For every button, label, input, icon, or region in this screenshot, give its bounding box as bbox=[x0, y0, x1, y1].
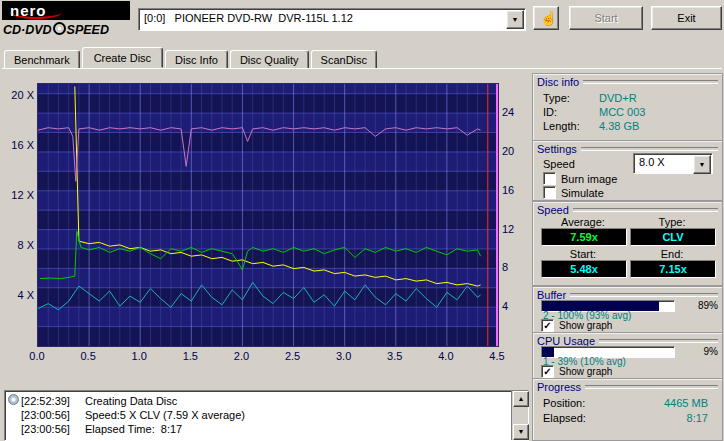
right-axis-tick: 4 bbox=[502, 300, 526, 312]
left-axis-tick: 12 X bbox=[3, 189, 34, 201]
simulate-checkbox[interactable]: Simulate bbox=[543, 186, 604, 199]
speed-setting-label: Speed bbox=[543, 158, 575, 170]
x-axis-tick: 1.5 bbox=[175, 350, 205, 362]
x-axis-tick: 2.5 bbox=[278, 350, 308, 362]
log-row: [22:52:39] Creating Data Disc bbox=[5, 394, 528, 408]
drive-selector-value: [0:0] PIONEER DVD-RW DVR-115L 1.12 bbox=[144, 12, 353, 24]
progress-panel: Progress Position: 4465 MB Elapsed: 8:17 bbox=[532, 378, 723, 441]
checkbox-box[interactable]: ✓ bbox=[541, 365, 554, 378]
checkbox-box[interactable] bbox=[543, 172, 556, 185]
speed-chart bbox=[37, 83, 499, 347]
speed-graph-svg bbox=[38, 84, 498, 346]
log-text: Speed:5 X CLV (7.59 X average) bbox=[85, 408, 245, 422]
cpu-show-graph-checkbox[interactable]: ✓ Show graph bbox=[541, 365, 612, 378]
log-time: [23:00:56] bbox=[21, 408, 85, 422]
cd-icon bbox=[8, 394, 19, 405]
checkbox-box[interactable] bbox=[543, 186, 556, 199]
scroll-down-icon[interactable]: ▼ bbox=[513, 424, 529, 440]
burn-image-label: Burn image bbox=[561, 173, 617, 185]
buffer-percent: 89% bbox=[682, 300, 718, 311]
average-speed-display: 7.59x bbox=[541, 228, 627, 246]
log-text: Elapsed Time: 8:17 bbox=[85, 422, 182, 436]
disc-type-value: DVD+R bbox=[599, 92, 637, 104]
hand-icon: ☝ bbox=[540, 10, 557, 26]
logo-speed-text: SPEED bbox=[67, 23, 109, 37]
checkbox-mark: ✓ bbox=[542, 320, 553, 331]
log-text: Creating Data Disc bbox=[85, 394, 177, 408]
elapsed-label: Elapsed: bbox=[543, 412, 586, 424]
x-axis-tick: 0.0 bbox=[22, 350, 52, 362]
x-axis-tick: 4.5 bbox=[482, 350, 512, 362]
start-speed-display: 5.48x bbox=[541, 260, 627, 278]
show-graph-label: Show graph bbox=[559, 320, 612, 331]
type-label: Type: bbox=[630, 216, 714, 228]
divider bbox=[573, 208, 718, 212]
elapsed-value: 8:17 bbox=[628, 412, 708, 424]
x-axis-tick: 4.0 bbox=[431, 350, 461, 362]
simulate-label: Simulate bbox=[561, 187, 604, 199]
panel-title: Disc info bbox=[537, 76, 579, 88]
right-axis-tick: 8 bbox=[502, 261, 526, 273]
scroll-up-icon[interactable]: ▲ bbox=[513, 391, 529, 407]
disc-info-panel: Disc info Type: DVD+R ID: MCC 003 Length… bbox=[532, 73, 723, 141]
left-axis-tick: 20 X bbox=[3, 89, 34, 101]
right-axis-tick: 12 bbox=[502, 223, 526, 235]
chevron-down-icon[interactable]: ▼ bbox=[693, 155, 711, 174]
start-button[interactable]: Start bbox=[569, 6, 643, 30]
extra-options-button[interactable]: ☝ bbox=[533, 6, 559, 30]
disc-length-label: Length: bbox=[543, 120, 580, 132]
divider bbox=[570, 293, 718, 297]
drive-selector[interactable]: [0:0] PIONEER DVD-RW DVR-115L 1.12 ▼ bbox=[138, 8, 526, 31]
right-axis-tick: 16 bbox=[502, 184, 526, 196]
tab-create-disc[interactable]: Create Disc bbox=[82, 47, 163, 68]
exit-button[interactable]: Exit bbox=[651, 6, 722, 30]
left-axis-tick: 8 X bbox=[3, 239, 34, 251]
disc-length-value: 4.38 GB bbox=[599, 120, 639, 132]
checkbox-mark: ✓ bbox=[542, 366, 553, 377]
speed-type-display: CLV bbox=[630, 228, 716, 246]
buffer-show-graph-checkbox[interactable]: ✓ Show graph bbox=[541, 319, 612, 332]
x-axis-tick: 3.0 bbox=[329, 350, 359, 362]
cpu-usage-panel: CPU Usage 9% 1 - 39% (10% avg) ✓ Show gr… bbox=[532, 332, 723, 379]
tab-disc-info[interactable]: Disc Info bbox=[165, 50, 228, 69]
show-graph-label: Show graph bbox=[559, 366, 612, 377]
disc-icon bbox=[53, 22, 66, 35]
start-label: Start: bbox=[541, 248, 625, 260]
tab-scandisc[interactable]: ScanDisc bbox=[311, 50, 377, 69]
divider bbox=[581, 147, 718, 151]
logo-cd-dvd-text: CD·DVD bbox=[3, 23, 52, 37]
burn-image-checkbox[interactable]: Burn image bbox=[543, 172, 617, 185]
left-axis-tick: 4 X bbox=[3, 289, 34, 301]
x-axis-tick: 3.5 bbox=[380, 350, 410, 362]
log-panel[interactable]: [22:52:39] Creating Data Disc [23:00:56]… bbox=[4, 390, 529, 441]
nero-cd-dvd-speed-window: nero CD·DVDSPEED [0:0] PIONEER DVD-RW DV… bbox=[0, 0, 724, 441]
settings-panel: Settings Speed 8.0 X ▼ Burn image Simula… bbox=[532, 140, 723, 201]
panel-title: Progress bbox=[537, 381, 581, 393]
divider bbox=[583, 80, 718, 84]
end-speed-display: 7.15x bbox=[630, 260, 716, 278]
average-label: Average: bbox=[541, 216, 625, 228]
tab-disc-quality[interactable]: Disc Quality bbox=[230, 50, 309, 69]
nero-logo-text: nero bbox=[10, 2, 47, 19]
checkbox-box[interactable]: ✓ bbox=[541, 319, 554, 332]
tab-page-edge bbox=[2, 68, 722, 69]
log-row: [23:00:56] Speed:5 X CLV (7.59 X average… bbox=[5, 408, 528, 422]
tab-bar: BenchmarkCreate DiscDisc InfoDisc Qualit… bbox=[4, 47, 379, 68]
cpu-percent: 9% bbox=[682, 346, 718, 357]
position-value: 4465 MB bbox=[628, 397, 708, 409]
panel-title: Settings bbox=[537, 143, 577, 155]
disc-type-label: Type: bbox=[543, 92, 570, 104]
tab-benchmark[interactable]: Benchmark bbox=[4, 50, 80, 69]
right-axis-tick: 20 bbox=[502, 145, 526, 157]
left-axis-tick: 16 X bbox=[3, 139, 34, 151]
log-scrollbar[interactable]: ▲ ▼ bbox=[511, 391, 528, 440]
log-row: [23:00:56] Elapsed Time: 8:17 bbox=[5, 422, 528, 436]
disc-id-value: MCC 003 bbox=[599, 106, 645, 118]
log-time: [23:00:56] bbox=[21, 422, 85, 436]
speed-select[interactable]: 8.0 X ▼ bbox=[633, 153, 713, 174]
disc-id-label: ID: bbox=[543, 106, 557, 118]
log-time: [22:52:39] bbox=[21, 394, 85, 408]
right-axis-tick: 24 bbox=[502, 106, 526, 118]
chevron-down-icon[interactable]: ▼ bbox=[506, 10, 524, 29]
log-disc-icon-cell bbox=[5, 394, 21, 408]
